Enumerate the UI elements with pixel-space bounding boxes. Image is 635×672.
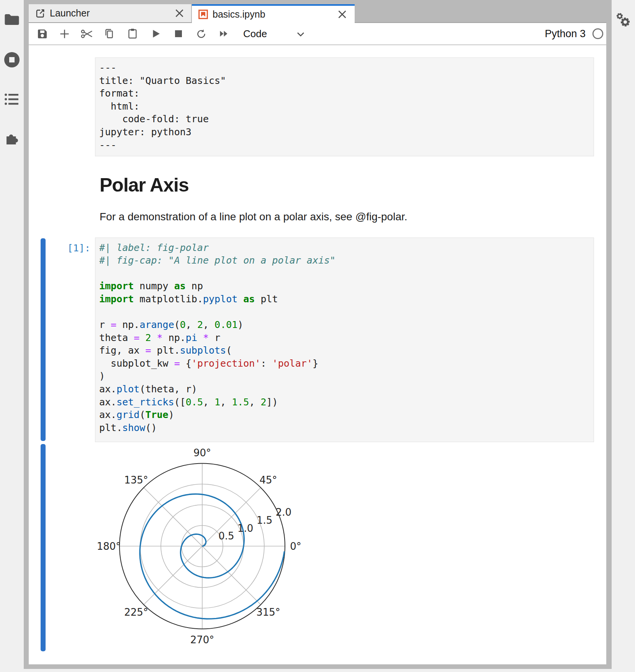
insert-cell-button[interactable]: [56, 23, 73, 44]
tab-basics-ipynb[interactable]: basics.ipynb: [192, 4, 355, 23]
code-line: subplot_kw = {'projection': 'polar'}: [99, 357, 594, 370]
markdown-paragraph: For a demonstration of a line plot on a …: [100, 210, 408, 224]
code-line: import numpy as np: [99, 280, 594, 293]
kernel-indicator[interactable]: Python 3: [545, 23, 604, 44]
sidebar-item-table-of-contents[interactable]: [0, 86, 24, 113]
markdown-heading: Polar Axis: [100, 174, 189, 196]
copy-cells-button[interactable]: [101, 23, 118, 44]
code-line: ax.plot(theta, r): [99, 383, 594, 396]
dock-frame-bottom: [24, 664, 612, 669]
code-line: [99, 305, 594, 318]
sidebar-item-running-kernels[interactable]: [0, 46, 24, 73]
copy-icon: [104, 28, 115, 39]
code-line: import matplotlib.pyplot as plt: [99, 293, 594, 306]
left-sidebar: [0, 0, 24, 672]
cell-output-area: 0°45°90°135°180°225°270°315°0.51.01.52.0: [92, 444, 314, 649]
execution-count-prompt: [1]:: [38, 242, 90, 255]
code-line: r = np.arange(0, 2, 0.01): [99, 318, 594, 331]
raw-cell-line: title: "Quarto Basics": [99, 74, 594, 87]
launcher-icon: [36, 9, 45, 18]
code-line: fig, ax = plt.subplots(: [99, 344, 594, 357]
sidebar-item-file-browser[interactable]: [0, 6, 24, 33]
run-button[interactable]: [148, 23, 165, 44]
r-tick-label: 1.5: [257, 515, 272, 526]
raw-cell-line: ---: [99, 139, 594, 152]
kernel-status-icon: [592, 28, 604, 39]
code-line: theta = 2 * np.pi * r: [99, 331, 594, 344]
folder-icon: [4, 13, 20, 26]
raw-cell-line: html:: [99, 100, 594, 113]
theta-tick-label: 315°: [256, 606, 280, 618]
notebook-icon: [198, 10, 208, 19]
code-line: ax.grid(True): [99, 408, 594, 421]
plus-icon: [59, 29, 70, 39]
raw-cell-editor[interactable]: ---title: "Quarto Basics"format: html: c…: [95, 57, 594, 156]
interrupt-kernel-button[interactable]: [170, 23, 187, 44]
r-tick-label: 0.5: [218, 530, 234, 542]
clipboard-icon: [127, 28, 138, 39]
theta-tick-label: 0°: [290, 540, 301, 552]
list-icon: [5, 93, 19, 105]
settings-gears-icon: [614, 11, 632, 29]
tab-basics-close-icon[interactable]: [336, 8, 349, 21]
raw-cell-line: code-fold: true: [99, 113, 594, 126]
r-tick-label: 2.0: [276, 506, 291, 518]
stop-icon: [173, 29, 183, 39]
puzzle-icon: [5, 131, 18, 144]
theta-tick-label: 90°: [193, 447, 211, 458]
theta-tick-label: 225°: [124, 606, 148, 618]
restart-icon: [196, 28, 206, 39]
scissors-icon: [81, 28, 93, 39]
sidebar-item-extension-manager[interactable]: [0, 125, 24, 151]
save-button[interactable]: [34, 23, 51, 44]
tab-launcher[interactable]: Launcher: [29, 4, 191, 22]
polar-plot-figure: 0°45°90°135°180°225°270°315°0.51.01.52.0: [92, 444, 314, 649]
output-collapser[interactable]: [41, 444, 46, 651]
theta-tick-label: 270°: [190, 634, 214, 645]
run-icon: [151, 29, 161, 39]
paste-cells-button[interactable]: [124, 23, 141, 44]
stop-circle-icon: [4, 52, 20, 68]
code-line: #| fig-cap: "A line plot on a polar axis…: [99, 254, 594, 267]
tab-basics-label: basics.ipynb: [213, 9, 265, 20]
cell-type-value: Code: [243, 28, 267, 40]
jupyterlab-window: Launcher basics.ipynb: [0, 0, 635, 672]
theta-tick-label: 45°: [259, 474, 277, 485]
cell-type-dropdown[interactable]: Code: [243, 23, 267, 44]
save-icon: [37, 29, 47, 39]
settings-gears-button[interactable]: [614, 11, 632, 29]
code-line: plt.show(): [99, 421, 594, 434]
restart-run-all-button[interactable]: [216, 23, 232, 44]
theta-tick-label: 180°: [97, 540, 121, 552]
tab-launcher-close-icon[interactable]: [173, 7, 186, 20]
dock-frame-left: [24, 0, 29, 669]
theta-tick-label: 135°: [124, 474, 148, 485]
code-line: [99, 267, 594, 280]
fast-forward-icon: [219, 28, 229, 39]
cut-cells-button[interactable]: [78, 23, 95, 44]
code-line: ): [99, 370, 594, 383]
chevron-down-icon: [297, 32, 304, 37]
kernel-name: Python 3: [545, 28, 586, 40]
code-line: #| label: fig-polar: [99, 241, 594, 254]
notebook-toolbar: Code Python 3: [29, 23, 606, 44]
tab-launcher-label: Launcher: [50, 8, 90, 19]
raw-cell-line: format:: [99, 87, 594, 100]
raw-cell-line: ---: [99, 61, 594, 74]
input-collapser[interactable]: [41, 238, 46, 441]
code-cell-editor[interactable]: #| label: fig-polar#| fig-cap: "A line p…: [95, 238, 594, 442]
notebook-panel: ---title: "Quarto Basics"format: html: c…: [29, 45, 606, 665]
restart-kernel-button[interactable]: [193, 23, 209, 44]
dock-frame-right: [606, 0, 612, 669]
code-line: ax.set_rticks([0.5, 1, 1.5, 2]): [99, 396, 594, 409]
r-tick-label: 1.0: [237, 522, 253, 534]
raw-cell-line: jupyter: python3: [99, 126, 594, 139]
